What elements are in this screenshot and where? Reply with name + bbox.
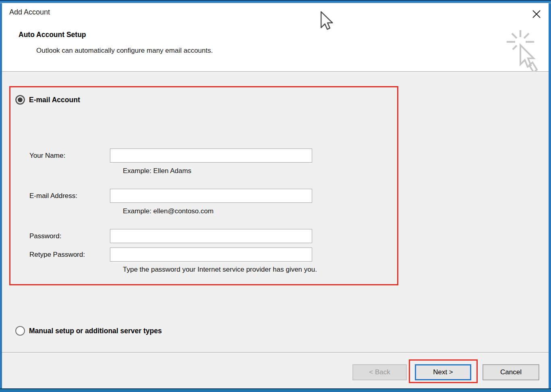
retype-password-input[interactable]: ********** bbox=[110, 248, 312, 262]
email-address-input[interactable]: mike.mueller@c44-kabelbau.de bbox=[110, 189, 312, 203]
close-icon bbox=[532, 9, 541, 19]
password-helper-text: Type the password your Internet service … bbox=[123, 266, 317, 274]
mouse-cursor-icon bbox=[320, 11, 334, 30]
close-button[interactable] bbox=[528, 6, 545, 22]
next-button[interactable]: Next > bbox=[415, 364, 471, 380]
dialog-title: Add Account bbox=[9, 8, 50, 17]
email-account-radio[interactable]: E-mail Account bbox=[15, 95, 80, 105]
dialog-body: E-mail Account Your Name: Mike Mueller E… bbox=[2, 72, 549, 388]
footer-divider-highlight bbox=[2, 353, 549, 353]
window-border-bottom bbox=[0, 388, 551, 392]
auto-setup-cursor-icon bbox=[501, 27, 542, 75]
radio-selected-icon[interactable] bbox=[15, 95, 25, 105]
dialog-header: Add Account Auto Account Setup Outlook c… bbox=[2, 3, 549, 72]
add-account-dialog: Add Account Auto Account Setup Outlook c… bbox=[0, 0, 551, 392]
password-label: Password: bbox=[29, 232, 61, 240]
window-border-right bbox=[549, 3, 551, 388]
email-address-example: Example: ellen@contoso.com bbox=[123, 207, 213, 215]
page-title: Auto Account Setup bbox=[19, 31, 86, 39]
retype-password-label: Retype Password: bbox=[29, 251, 85, 259]
password-input[interactable]: ********** bbox=[110, 229, 312, 243]
your-name-label: Your Name: bbox=[29, 152, 65, 160]
window-border-top bbox=[0, 0, 551, 3]
back-button: < Back bbox=[352, 364, 407, 380]
email-account-radio-label: E-mail Account bbox=[29, 96, 80, 104]
manual-setup-radio[interactable]: Manual setup or additional server types bbox=[15, 326, 162, 336]
your-name-example: Example: Ellen Adams bbox=[123, 167, 191, 175]
page-subtitle: Outlook can automatically configure many… bbox=[36, 47, 213, 55]
your-name-input[interactable]: Mike Mueller bbox=[110, 149, 312, 163]
cancel-button[interactable]: Cancel bbox=[483, 364, 539, 380]
manual-setup-radio-label: Manual setup or additional server types bbox=[29, 327, 162, 335]
radio-unselected-icon[interactable] bbox=[15, 326, 25, 336]
email-address-label: E-mail Address: bbox=[29, 192, 77, 200]
